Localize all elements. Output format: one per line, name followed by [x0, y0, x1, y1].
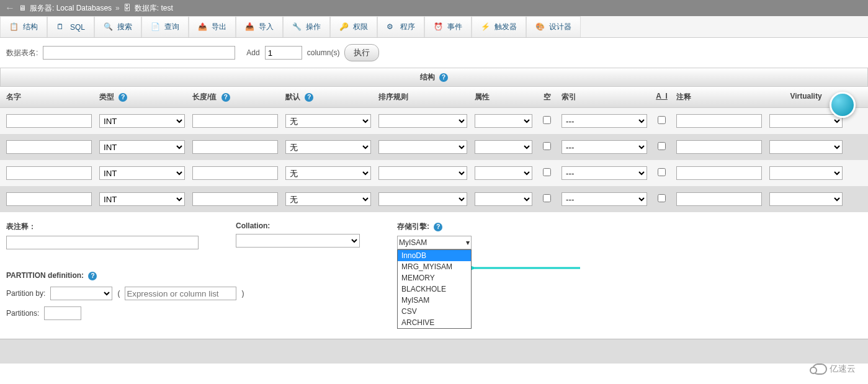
- null-checkbox[interactable]: [543, 194, 551, 202]
- virtuality-select[interactable]: [769, 140, 843, 154]
- triggers-icon: ⚡: [481, 22, 491, 32]
- type-select[interactable]: INT: [99, 140, 185, 154]
- null-checkbox[interactable]: [543, 142, 551, 150]
- help-icon[interactable]: ?: [305, 93, 313, 102]
- comments-input[interactable]: [676, 166, 762, 180]
- table-name-row: 数据表名: Add column(s) 执行: [0, 38, 868, 68]
- index-select[interactable]: ---: [562, 140, 647, 154]
- tab-sql[interactable]: 🗒SQL: [47, 16, 94, 37]
- help-icon[interactable]: ?: [439, 73, 448, 82]
- ai-checkbox[interactable]: [658, 116, 666, 124]
- breadcrumb-server[interactable]: 服务器: Local Databases: [30, 3, 112, 14]
- column-rows: INT无---INT无---INT无---INT无---: [0, 108, 868, 212]
- null-checkbox[interactable]: [543, 168, 551, 176]
- help-icon[interactable]: ?: [434, 223, 442, 231]
- default-select[interactable]: 无: [285, 140, 371, 154]
- add-columns-input[interactable]: [265, 46, 302, 60]
- execute-button[interactable]: 执行: [344, 44, 379, 61]
- ai-checkbox[interactable]: [658, 168, 666, 176]
- partition-expr-input[interactable]: [125, 287, 236, 300]
- length-input[interactable]: [192, 192, 278, 206]
- virtuality-select[interactable]: [769, 114, 843, 128]
- tab-operations[interactable]: 🔧操作: [283, 16, 330, 37]
- collation-select[interactable]: [378, 192, 467, 206]
- tab-export[interactable]: 📤导出: [189, 16, 236, 37]
- index-select[interactable]: ---: [562, 114, 647, 128]
- query-icon: 📄: [151, 22, 161, 32]
- tab-events[interactable]: ⏰事件: [424, 16, 472, 37]
- attributes-select[interactable]: [475, 166, 532, 180]
- name-input[interactable]: [6, 166, 92, 180]
- columns-label: column(s): [307, 48, 340, 57]
- attributes-select[interactable]: [475, 140, 532, 154]
- tab-label: 操作: [306, 22, 321, 32]
- default-select[interactable]: 无: [285, 114, 371, 128]
- tab-privileges[interactable]: 🔑权限: [330, 16, 377, 37]
- header-collation: 排序规则: [375, 92, 471, 102]
- attributes-select[interactable]: [475, 114, 532, 128]
- null-checkbox[interactable]: [543, 116, 551, 124]
- length-input[interactable]: [192, 140, 278, 154]
- help-icon[interactable]: ?: [88, 272, 97, 280]
- column-row: INT无---: [0, 160, 868, 186]
- type-select[interactable]: INT: [99, 192, 185, 206]
- engine-option[interactable]: BLACKHOLE: [398, 284, 471, 295]
- partitions-label: Partitions:: [6, 309, 39, 318]
- collation-select[interactable]: [378, 166, 467, 180]
- comments-input[interactable]: [676, 114, 762, 128]
- type-select[interactable]: INT: [99, 114, 185, 128]
- mascot-icon[interactable]: [830, 92, 856, 118]
- default-select[interactable]: 无: [285, 166, 371, 180]
- collation-select[interactable]: [378, 140, 467, 154]
- tab-structure[interactable]: 📋结构: [0, 16, 47, 37]
- tab-label: 搜索: [117, 22, 132, 32]
- length-input[interactable]: [192, 166, 278, 180]
- tab-import[interactable]: 📥导入: [236, 16, 283, 37]
- ai-checkbox[interactable]: [658, 194, 666, 202]
- engine-dropdown[interactable]: MyISAM ▾ InnoDBMRG_MYISAMMEMORYBLACKHOLE…: [397, 236, 472, 249]
- tab-designer[interactable]: 🎨设计器: [526, 16, 581, 37]
- index-select[interactable]: ---: [562, 192, 647, 206]
- engine-option[interactable]: MRG_MYISAM: [398, 261, 471, 272]
- collation-select[interactable]: [378, 114, 467, 128]
- engine-option[interactable]: MyISAM: [398, 295, 471, 306]
- engine-option[interactable]: ARCHIVE: [398, 317, 471, 328]
- partition-by-select[interactable]: [50, 287, 112, 300]
- index-select[interactable]: ---: [562, 166, 647, 180]
- table-name-input[interactable]: [43, 46, 235, 60]
- table-comments-input[interactable]: [6, 236, 199, 249]
- name-input[interactable]: [6, 140, 92, 154]
- virtuality-select[interactable]: [769, 192, 843, 206]
- help-icon[interactable]: ?: [119, 93, 127, 102]
- name-input[interactable]: [6, 192, 92, 206]
- tab-query[interactable]: 📄查询: [141, 16, 189, 37]
- privileges-icon: 🔑: [339, 22, 349, 32]
- engine-option[interactable]: CSV: [398, 306, 471, 317]
- tab-search[interactable]: 🔍搜索: [94, 16, 141, 37]
- length-input[interactable]: [192, 114, 278, 128]
- collation-select[interactable]: [236, 234, 360, 248]
- back-arrow-icon[interactable]: ←: [5, 2, 15, 14]
- ai-checkbox[interactable]: [658, 142, 666, 150]
- column-row: INT无---: [0, 186, 868, 212]
- help-icon[interactable]: ?: [221, 93, 230, 102]
- header-null: 空: [536, 92, 558, 102]
- designer-icon: 🎨: [535, 22, 545, 32]
- engine-option[interactable]: MEMORY: [398, 272, 471, 284]
- breadcrumb-database[interactable]: 数据库: test: [135, 3, 173, 14]
- tab-routines[interactable]: ⚙程序: [377, 16, 424, 37]
- import-icon: 📥: [245, 22, 255, 32]
- comments-input[interactable]: [676, 140, 762, 154]
- engine-select-display[interactable]: MyISAM ▾: [397, 236, 472, 249]
- partitions-input[interactable]: [44, 306, 81, 320]
- type-select[interactable]: INT: [99, 166, 185, 180]
- collation-label: Collation:: [236, 221, 360, 230]
- virtuality-select[interactable]: [769, 166, 843, 180]
- engine-option[interactable]: InnoDB: [398, 250, 471, 261]
- comments-input[interactable]: [676, 192, 762, 206]
- tab-label: 程序: [400, 22, 415, 32]
- attributes-select[interactable]: [475, 192, 532, 206]
- tab-triggers[interactable]: ⚡触发器: [472, 16, 526, 37]
- default-select[interactable]: 无: [285, 192, 371, 206]
- name-input[interactable]: [6, 114, 92, 128]
